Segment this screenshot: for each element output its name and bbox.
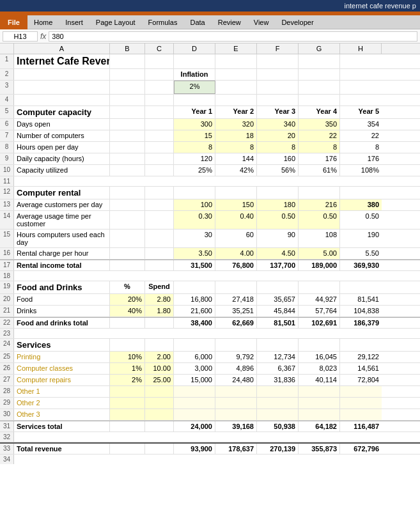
table-row: 12 Computer rental — [0, 187, 420, 199]
table-row: 22 Food and drinks total 38,400 62,669 8… — [0, 317, 420, 329]
table-row: 30 Other 3 — [0, 409, 420, 421]
table-row: 24 Services — [0, 339, 420, 352]
table-row: 16 Rental charge per hour 3.50 4.00 4.50… — [0, 248, 420, 260]
table-row: 26 Computer classes 1% 10.00 3,000 4,896… — [0, 363, 420, 375]
title-bar: internet cafe revenue p — [0, 0, 420, 12]
tab-data[interactable]: Data — [183, 17, 211, 27]
table-row: 6 Days open 300 320 340 350 354 — [0, 119, 420, 130]
spreadsheet: A B C D E F G H 1 Internet Cafe Revenue … — [0, 43, 420, 464]
tab-developer[interactable]: Developer — [275, 17, 320, 27]
cell-reference[interactable] — [3, 31, 38, 42]
tab-view[interactable]: View — [247, 17, 276, 27]
table-row: 25 Printing 10% 2.00 6,000 9,792 12,734 … — [0, 352, 420, 363]
table-row: 29 Other 2 — [0, 398, 420, 409]
table-row: 28 Other 1 — [0, 386, 420, 398]
table-row: 9 Daily capacity (hours) 120 144 160 176… — [0, 153, 420, 165]
table-row: 13 Average customers per day 100 150 180… — [0, 199, 420, 211]
table-row: 18 — [0, 271, 420, 281]
table-row: 19 Food and Drinks % Spend — [0, 281, 420, 294]
table-row: 32 — [0, 432, 420, 442]
table-row: 27 Computer repairs 2% 25.00 15,000 24,4… — [0, 375, 420, 386]
table-row: 34 — [0, 455, 420, 464]
table-row: 23 — [0, 329, 420, 339]
table-row: 7 Number of computers 15 18 20 22 22 — [0, 130, 420, 142]
table-row: 17 Rental income total 31,500 76,800 137… — [0, 260, 420, 271]
ribbon: File Home Insert Page Layout Formulas Da… — [0, 12, 420, 29]
tab-review[interactable]: Review — [212, 17, 247, 27]
table-row: 1 Internet Cafe Revenue Projection — [0, 54, 420, 69]
formula-icon: fx — [40, 32, 46, 41]
table-row: 31 Services total 24,000 39,168 50,938 6… — [0, 421, 420, 432]
table-row: 5 Computer capacity Year 1 Year 2 Year 3… — [0, 106, 420, 119]
table-row: 8 Hours open per day 8 8 8 8 8 — [0, 142, 420, 153]
window-title: internet cafe revenue p — [344, 2, 416, 10]
table-row: 11 — [0, 176, 420, 187]
tab-file[interactable]: File — [0, 15, 27, 29]
formula-bar: fx — [0, 29, 420, 43]
table-row: 10 Capacity utilized 25% 42% 56% 61% 108… — [0, 165, 420, 176]
tab-home[interactable]: Home — [27, 17, 59, 27]
table-row: 21 Drinks 40% 1.80 21,600 35,251 45,844 … — [0, 306, 420, 317]
table-row: 14 Average usage time per customer 0.30 … — [0, 211, 420, 229]
table-row: 15 Hours computers used each day 30 60 9… — [0, 229, 420, 248]
table-row: 33 Total revenue 93,900 178,637 270,139 … — [0, 442, 420, 455]
table-row: 3 2% — [0, 81, 420, 95]
tab-insert[interactable]: Insert — [59, 17, 89, 27]
table-row: 2 Inflation — [0, 69, 420, 81]
tab-formulas[interactable]: Formulas — [142, 17, 184, 27]
formula-input[interactable] — [49, 31, 417, 42]
tab-page-layout[interactable]: Page Layout — [89, 17, 142, 27]
table-row: 20 Food 20% 2.80 16,800 27,418 35,657 44… — [0, 294, 420, 306]
col-headers: A B C D E F G H — [0, 43, 420, 54]
table-row: 4 — [0, 95, 420, 106]
spreadsheet-title: Internet Cafe Revenue Projection — [14, 54, 110, 68]
row-num: 1 — [0, 54, 14, 68]
